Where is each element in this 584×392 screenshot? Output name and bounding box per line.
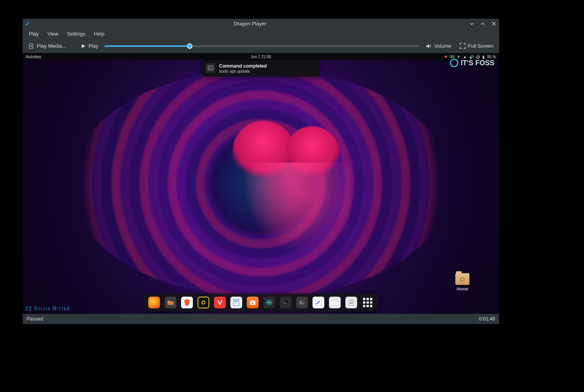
toolbar-separator bbox=[73, 42, 74, 50]
keyboard-indicator-icon: ⌨ bbox=[449, 55, 455, 59]
minimize-button[interactable] bbox=[469, 21, 475, 27]
seek-fill bbox=[104, 45, 189, 47]
svg-rect-1 bbox=[208, 66, 213, 70]
dock-text-editor[interactable] bbox=[313, 297, 324, 308]
notification-text: sudo apt update bbox=[219, 69, 267, 73]
dock-jdownloader[interactable] bbox=[198, 297, 209, 308]
inner-gnome-topbar: Activities Jun 1 21:06 ⌨ ☀ ▲ 🔊 ⏻ ▮ 95 % bbox=[23, 53, 499, 60]
play-icon bbox=[81, 43, 86, 49]
record-indicator-icon bbox=[445, 55, 447, 58]
play-label: Play bbox=[88, 43, 98, 49]
brightness-icon: ☀ bbox=[457, 55, 460, 59]
play-media-label: Play Media... bbox=[37, 43, 66, 49]
dock-ssc[interactable]: ssc bbox=[329, 297, 341, 308]
svg-rect-10 bbox=[299, 300, 305, 305]
network-icon: ▲ bbox=[463, 55, 467, 59]
menu-play[interactable]: Play bbox=[25, 30, 43, 38]
system-tray[interactable]: ⌨ ☀ ▲ 🔊 ⏻ ▮ 95 % bbox=[445, 55, 496, 59]
playback-time: 0:01:46 bbox=[479, 316, 495, 322]
apps-grid-icon bbox=[363, 298, 372, 307]
maximize-button[interactable] bbox=[480, 21, 486, 27]
dock-libreoffice-writer[interactable] bbox=[230, 297, 242, 308]
titlebar: Dragon Player bbox=[23, 19, 499, 29]
battery-percent: 95 % bbox=[487, 55, 496, 59]
notification-popup[interactable]: Command completed sudo apt update bbox=[202, 60, 320, 77]
volume-label: Volume bbox=[434, 43, 451, 49]
close-button[interactable] bbox=[491, 21, 497, 27]
fullscreen-icon bbox=[460, 43, 465, 49]
dock-vivaldi[interactable] bbox=[214, 297, 226, 308]
menu-help[interactable]: Help bbox=[90, 30, 108, 38]
fullscreen-button[interactable]: Full Screen bbox=[457, 42, 496, 50]
volume-icon bbox=[426, 43, 432, 49]
volume-tray-icon: 🔊 bbox=[469, 55, 474, 59]
dock-firefox[interactable] bbox=[148, 297, 160, 308]
seek-slider[interactable] bbox=[104, 45, 419, 47]
itsfoss-text: IT'S FOSS bbox=[461, 59, 494, 67]
document-open-icon bbox=[28, 43, 34, 49]
wallpaper-artist-credit: 22 Sylvia Ritter bbox=[25, 305, 70, 311]
window-controls bbox=[469, 21, 497, 27]
playback-state: Paused bbox=[27, 316, 43, 322]
power-icon: ⏻ bbox=[476, 55, 480, 59]
volume-button[interactable]: Volume bbox=[423, 42, 453, 50]
menu-view[interactable]: View bbox=[43, 30, 62, 38]
dock-trash[interactable] bbox=[345, 297, 357, 308]
dock-terminal-dark[interactable] bbox=[280, 297, 291, 308]
video-area[interactable]: Activities Jun 1 21:06 ⌨ ☀ ▲ 🔊 ⏻ ▮ 95 % … bbox=[23, 53, 499, 314]
seek-handle[interactable] bbox=[187, 43, 192, 49]
menu-settings[interactable]: Settings bbox=[63, 30, 89, 38]
dock-show-applications[interactable] bbox=[362, 297, 374, 308]
play-button[interactable]: Play bbox=[78, 42, 101, 50]
dragon-player-window: Dragon Player Play View Settings Help Pl… bbox=[23, 19, 499, 324]
svg-rect-5 bbox=[234, 303, 237, 304]
window-title: Dragon Player bbox=[34, 21, 466, 27]
dock-ubuntu-software[interactable]: A bbox=[247, 297, 259, 308]
play-media-button[interactable]: Play Media... bbox=[26, 42, 68, 50]
status-bar: Paused 0:01:46 bbox=[23, 314, 499, 324]
activities-button[interactable]: Activities bbox=[26, 55, 41, 59]
home-folder-icon bbox=[455, 273, 469, 285]
toolbar: Play Media... Play Volume Full Screen bbox=[23, 39, 499, 53]
itsfoss-logo-icon bbox=[450, 59, 458, 67]
desktop-home-icon[interactable]: Home bbox=[455, 273, 469, 291]
notification-body: Command completed sudo apt update bbox=[219, 63, 267, 73]
dock-web-browser[interactable] bbox=[263, 297, 275, 308]
itsfoss-watermark: IT'S FOSS bbox=[450, 59, 494, 67]
dragon-player-app-icon bbox=[25, 21, 31, 27]
terminal-icon bbox=[206, 63, 215, 73]
svg-rect-3 bbox=[234, 301, 238, 301]
dock-terminal-light[interactable] bbox=[296, 297, 308, 308]
battery-icon: ▮ bbox=[482, 55, 485, 59]
topbar-clock[interactable]: Jun 1 21:06 bbox=[251, 55, 271, 59]
gnome-dock: A ssc bbox=[144, 294, 378, 311]
menubar: Play View Settings Help bbox=[23, 29, 499, 39]
dock-brave[interactable] bbox=[181, 297, 193, 308]
home-label: Home bbox=[455, 286, 469, 291]
dock-files[interactable] bbox=[165, 297, 176, 308]
svg-rect-9 bbox=[282, 300, 289, 305]
svg-text:A: A bbox=[252, 301, 254, 305]
svg-rect-4 bbox=[234, 302, 238, 303]
notification-title: Command completed bbox=[219, 63, 267, 69]
fullscreen-label: Full Screen bbox=[468, 43, 494, 49]
video-frame-wallpaper bbox=[23, 53, 499, 314]
